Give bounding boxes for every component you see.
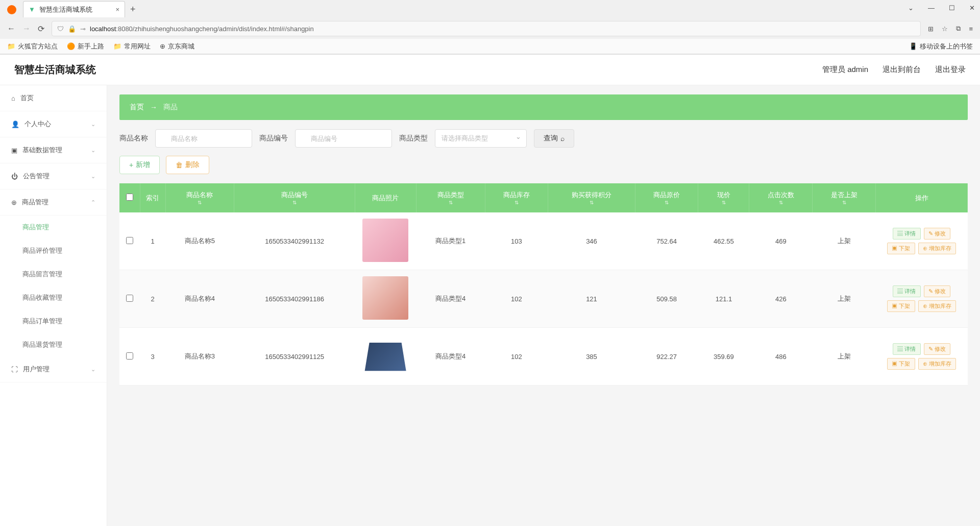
sidebar-item-personal[interactable]: 👤个人中心⌄ <box>0 111 107 137</box>
mobile-bookmarks[interactable]: 📱 移动设备上的书签 <box>909 42 973 51</box>
bookmark-item[interactable]: 📁 火狐官方站点 <box>7 42 58 51</box>
star-icon[interactable]: ☆ <box>942 25 948 33</box>
admin-label[interactable]: 管理员 admin <box>822 65 868 75</box>
addstock-button[interactable]: ⊕ 增加库存 <box>918 300 956 312</box>
url-text: localhost:8080/zhihuishenghuoshangcheng/… <box>90 25 314 33</box>
type-label: 商品类型 <box>399 134 428 143</box>
nav-reload-button[interactable]: ⟳ <box>38 24 44 34</box>
cell-orig: 752.64 <box>635 212 698 270</box>
cell-now: 462.55 <box>698 212 749 270</box>
window-dropdown-icon[interactable]: ⌄ <box>908 4 914 12</box>
detail-button[interactable]: ▤ 详情 <box>893 228 920 240</box>
sidebar-item-user[interactable]: ⛶用户管理⌄ <box>0 356 107 382</box>
to-frontend-button[interactable]: 退出到前台 <box>883 65 921 75</box>
col-index[interactable]: 索引 <box>140 183 165 212</box>
offshelf-button[interactable]: ▣ 下架 <box>887 300 915 312</box>
col-buy[interactable]: 购买获得积分⇅ <box>548 183 635 212</box>
col-shelf[interactable]: 是否上架⇅ <box>813 183 876 212</box>
sidebar-item-product[interactable]: ⊕商品管理⌃ <box>0 189 107 216</box>
cell-type: 商品类型4 <box>416 328 485 386</box>
edit-button[interactable]: ✎ 修改 <box>924 285 950 297</box>
col-original[interactable]: 商品原价⇅ <box>635 183 698 212</box>
window-maximize-button[interactable]: ☐ <box>949 4 955 12</box>
col-now[interactable]: 现价⇅ <box>698 183 749 212</box>
row-checkbox[interactable] <box>126 237 133 244</box>
nav-back-button[interactable]: ← <box>7 24 15 33</box>
cell-index: 2 <box>140 270 165 328</box>
chevron-down-icon: ⌄ <box>91 121 95 128</box>
cell-code: 1650533402991132 <box>234 212 355 270</box>
type-select[interactable]: 请选择商品类型 <box>435 129 527 148</box>
product-table: 索引 商品名称⇅ 商品编号⇅ 商品照片 商品类型⇅ 商品库存⇅ 购买获得积分⇅ … <box>119 183 968 386</box>
col-code[interactable]: 商品编号⇅ <box>234 183 355 212</box>
cell-buy: 121 <box>548 270 635 328</box>
cell-now: 359.69 <box>698 328 749 386</box>
cell-index: 1 <box>140 212 165 270</box>
name-input[interactable] <box>155 129 252 148</box>
cell-code: 1650533402991125 <box>234 328 355 386</box>
chevron-down-icon: ⌄ <box>91 366 95 373</box>
addstock-button[interactable]: ⊕ 增加库存 <box>918 358 956 370</box>
tab-title: 智慧生活商城系统 <box>39 5 92 14</box>
cell-index: 3 <box>140 328 165 386</box>
sidebar-sub-product-mgmt[interactable]: 商品管理 <box>0 216 107 239</box>
cell-stock: 102 <box>485 328 548 386</box>
col-type[interactable]: 商品类型⇅ <box>416 183 485 212</box>
col-photo: 商品照片 <box>355 183 416 212</box>
row-checkbox[interactable] <box>126 352 133 360</box>
col-name[interactable]: 商品名称⇅ <box>165 183 234 212</box>
window-close-button[interactable]: ✕ <box>969 4 975 12</box>
tab-close-button[interactable]: × <box>115 6 119 13</box>
sort-icon: ⇅ <box>421 200 481 205</box>
window-minimize-button[interactable]: — <box>928 4 935 12</box>
offshelf-button[interactable]: ▣ 下架 <box>887 358 915 370</box>
col-stock[interactable]: 商品库存⇅ <box>485 183 548 212</box>
detail-button[interactable]: ▤ 详情 <box>893 285 920 297</box>
select-all-checkbox[interactable] <box>126 194 133 201</box>
logout-button[interactable]: 退出登录 <box>935 65 966 75</box>
cell-orig: 922.27 <box>635 328 698 386</box>
bookmark-item[interactable]: 📁 常用网址 <box>113 42 151 51</box>
qr-icon[interactable]: ⊞ <box>928 25 934 33</box>
sidebar-item-notice[interactable]: ⏻公告管理⌄ <box>0 163 107 189</box>
sidebar-sub-favorite[interactable]: 商品收藏管理 <box>0 286 107 309</box>
breadcrumb-home[interactable]: 首页 <box>130 103 144 112</box>
user-icon: 👤 <box>11 121 19 128</box>
sidebar-sub-return[interactable]: 商品退货管理 <box>0 333 107 356</box>
vue-icon: ▼ <box>29 6 35 13</box>
bookmark-item[interactable]: 🟠 新手上路 <box>67 42 104 51</box>
bookmark-item[interactable]: ⊕ 京东商城 <box>160 42 194 51</box>
expand-icon: ⛶ <box>11 366 18 373</box>
code-input[interactable] <box>295 129 392 148</box>
query-button[interactable]: 查询 ⌕ <box>534 129 574 148</box>
product-image <box>362 276 408 320</box>
new-tab-button[interactable]: + <box>125 4 141 15</box>
menu-icon[interactable]: ≡ <box>969 25 973 33</box>
sidebar-sub-review[interactable]: 商品评价管理 <box>0 239 107 262</box>
addstock-button[interactable]: ⊕ 增加库存 <box>918 243 956 254</box>
sort-icon: ⇅ <box>640 200 694 205</box>
code-label: 商品编号 <box>259 134 288 143</box>
edit-button[interactable]: ✎ 修改 <box>924 228 950 240</box>
col-clicks[interactable]: 点击次数⇅ <box>749 183 813 212</box>
sidebar-item-basedata[interactable]: ▣基础数据管理⌄ <box>0 137 107 163</box>
nav-forward-button[interactable]: → <box>22 24 31 33</box>
data-icon: ▣ <box>11 147 17 154</box>
cell-type: 商品类型1 <box>416 212 485 270</box>
delete-button[interactable]: 🗑 删除 <box>166 156 209 174</box>
detail-button[interactable]: ▤ 详情 <box>893 343 920 355</box>
sort-icon: ⇅ <box>552 200 630 205</box>
cell-clicks: 486 <box>749 328 813 386</box>
add-button[interactable]: + 新增 <box>119 156 160 174</box>
edit-button[interactable]: ✎ 修改 <box>924 343 950 355</box>
extensions-icon[interactable]: ⧉ <box>956 25 961 33</box>
sidebar-sub-message[interactable]: 商品留言管理 <box>0 262 107 286</box>
url-bar[interactable]: 🛡 🔒 ⊸ localhost:8080/zhihuishenghuoshang… <box>52 21 921 36</box>
browser-tab[interactable]: ▼ 智慧生活商城系统 × <box>23 1 125 17</box>
sidebar-item-home[interactable]: ⌂首页 <box>0 85 107 111</box>
row-checkbox[interactable] <box>126 295 133 302</box>
sidebar-sub-order[interactable]: 商品订单管理 <box>0 309 107 333</box>
power-icon: ⏻ <box>11 173 18 180</box>
key-icon: ⊸ <box>80 25 86 33</box>
offshelf-button[interactable]: ▣ 下架 <box>887 243 915 254</box>
